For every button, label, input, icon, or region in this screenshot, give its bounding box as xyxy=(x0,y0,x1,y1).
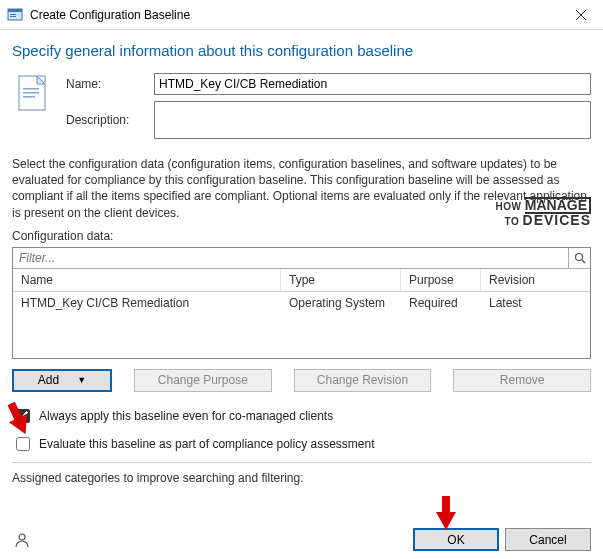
change-revision-button[interactable]: Change Revision xyxy=(294,369,432,392)
svg-point-11 xyxy=(575,253,582,260)
col-purpose[interactable]: Purpose xyxy=(401,269,481,291)
cell-name: HTMD_Key CI/CB Remediation xyxy=(13,292,281,314)
cell-type: Operating System xyxy=(281,292,401,314)
svg-rect-9 xyxy=(23,92,39,94)
name-label: Name: xyxy=(66,77,154,91)
col-type[interactable]: Type xyxy=(281,269,401,291)
annotation-arrow-icon xyxy=(432,494,460,530)
evaluate-checkbox-label[interactable]: Evaluate this baseline as part of compli… xyxy=(12,434,591,454)
add-button[interactable]: Add ▼ xyxy=(12,369,112,392)
chevron-down-icon: ▼ xyxy=(77,375,86,385)
ok-button[interactable]: OK xyxy=(413,528,499,551)
config-data-label: Configuration data: xyxy=(12,229,591,243)
svg-marker-15 xyxy=(436,496,456,530)
svg-rect-2 xyxy=(10,14,16,15)
person-icon[interactable] xyxy=(12,530,32,550)
always-apply-text: Always apply this baseline even for co-m… xyxy=(39,409,333,423)
footer: OK Cancel xyxy=(12,528,591,551)
always-apply-checkbox-label[interactable]: Always apply this baseline even for co-m… xyxy=(12,406,591,426)
svg-rect-10 xyxy=(23,96,35,98)
categories-label: Assigned categories to improve searching… xyxy=(12,471,591,485)
instructions-text: Select the configuration data (configura… xyxy=(12,156,591,221)
search-icon[interactable] xyxy=(568,248,590,268)
separator xyxy=(12,462,591,463)
app-icon xyxy=(6,6,24,24)
document-icon xyxy=(16,75,52,111)
col-name[interactable]: Name xyxy=(13,269,281,291)
table-row[interactable]: HTMD_Key CI/CB Remediation Operating Sys… xyxy=(13,292,590,314)
cell-purpose: Required xyxy=(401,292,481,314)
cell-revision: Latest xyxy=(481,292,590,314)
svg-rect-3 xyxy=(10,16,16,17)
watermark-logo: HOW MANAGE TO DEVICES xyxy=(495,197,591,226)
column-headers[interactable]: Name Type Purpose Revision xyxy=(13,269,590,292)
svg-rect-8 xyxy=(23,88,39,90)
svg-point-13 xyxy=(19,534,25,540)
evaluate-checkbox[interactable] xyxy=(16,437,30,451)
cancel-button[interactable]: Cancel xyxy=(505,528,591,551)
description-label: Description: xyxy=(66,113,154,127)
description-input[interactable] xyxy=(154,101,591,139)
window-title: Create Configuration Baseline xyxy=(30,8,559,22)
page-heading: Specify general information about this c… xyxy=(12,42,591,59)
svg-line-12 xyxy=(582,260,585,263)
add-button-label: Add xyxy=(38,373,59,387)
filter-input[interactable] xyxy=(13,248,568,268)
always-apply-checkbox[interactable] xyxy=(16,409,30,423)
evaluate-text: Evaluate this baseline as part of compli… xyxy=(39,437,375,451)
col-revision[interactable]: Revision xyxy=(481,269,590,291)
change-purpose-button[interactable]: Change Purpose xyxy=(134,369,272,392)
config-data-grid: Name Type Purpose Revision HTMD_Key CI/C… xyxy=(12,247,591,359)
name-input[interactable] xyxy=(154,73,591,95)
remove-button[interactable]: Remove xyxy=(453,369,591,392)
titlebar: Create Configuration Baseline xyxy=(0,0,603,30)
close-button[interactable] xyxy=(559,0,603,30)
svg-rect-1 xyxy=(8,9,22,12)
